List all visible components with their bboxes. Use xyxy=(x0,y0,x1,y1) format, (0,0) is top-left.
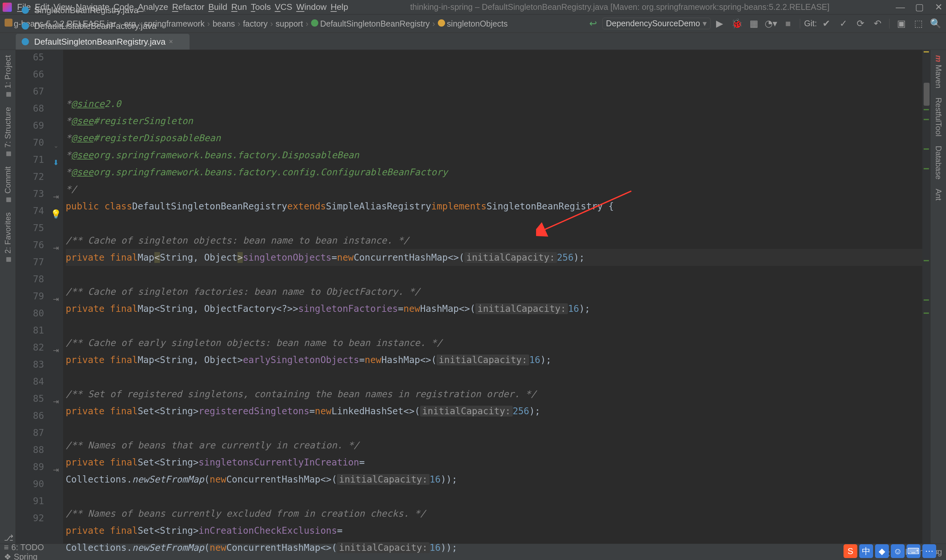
code-line[interactable]: private final Set<String> singletonsCurr… xyxy=(66,454,922,471)
ime-button[interactable]: S xyxy=(844,544,857,558)
code-line[interactable]: * @see org.springframework.beans.factory… xyxy=(66,163,922,180)
gutter-marker xyxy=(49,308,63,325)
git-revert-icon[interactable]: ↶ xyxy=(871,18,883,29)
bottom-tab-todo[interactable]: ≡6: TODO xyxy=(4,543,45,552)
editor-tab[interactable]: DefaultListableBeanFactory.java× xyxy=(16,18,190,34)
close-tab-icon[interactable]: × xyxy=(169,37,173,46)
tool-database[interactable]: Database xyxy=(934,143,943,183)
breadcrumb-item[interactable]: support xyxy=(274,19,305,28)
code-line[interactable] xyxy=(66,317,922,334)
code-line[interactable]: */ xyxy=(66,180,922,198)
code-line[interactable]: * @see org.springframework.beans.factory… xyxy=(66,146,922,163)
gutter-markers: ⌄⬇⇥💡⇥⇥⇥⇥⇥ xyxy=(49,50,63,544)
usage-arrow-icon: ⇥ xyxy=(53,466,59,474)
code-line[interactable]: * @see #registerDisposableBean xyxy=(66,129,922,146)
build-icon[interactable]: ▣ xyxy=(895,18,907,29)
maximize-button[interactable]: ▢ xyxy=(914,2,924,12)
tab-label: DefaultListableBeanFactory.java xyxy=(34,21,156,31)
minimize-button[interactable]: — xyxy=(895,2,905,12)
code-line[interactable]: * @since 2.0 xyxy=(66,95,922,112)
code-line[interactable]: Collections.newSetFromMap(new Concurrent… xyxy=(66,471,922,488)
code-line[interactable]: /** Names of beans currently excluded fr… xyxy=(66,505,922,522)
code-line[interactable]: Collections.newSetFromMap(new Concurrent… xyxy=(66,539,922,556)
gutter-marker xyxy=(49,52,63,69)
line-number: 86 xyxy=(16,410,44,428)
ime-button[interactable]: ⌨ xyxy=(907,544,920,558)
code-line[interactable]: /** Cache of singleton objects: bean nam… xyxy=(66,232,922,249)
code-line[interactable]: private final Map<String, ObjectFactory<… xyxy=(66,300,922,317)
menu-tools[interactable]: Tools xyxy=(249,1,273,12)
code-line[interactable]: /** Names of beans that are currently in… xyxy=(66,437,922,454)
ide-actions-icon[interactable]: ⬚ xyxy=(912,18,924,29)
code-line[interactable]: * @see #registerSingleton xyxy=(66,112,922,129)
bottom-tab-spring[interactable]: ❖Spring xyxy=(4,552,45,560)
run-config-selector[interactable]: DependencySourceDemo ▾ xyxy=(602,18,710,29)
code-line[interactable] xyxy=(66,420,922,437)
close-tab-icon[interactable]: × xyxy=(160,22,164,30)
code-line[interactable]: private final Set<String> registeredSing… xyxy=(66,402,922,420)
close-tab-icon[interactable]: × xyxy=(142,6,146,14)
code-line[interactable]: private final Set<String> inCreationChec… xyxy=(66,522,922,539)
coverage-icon[interactable]: ▦ xyxy=(748,18,760,29)
editor-tab[interactable]: DefaultSingletonBeanRegistry.java× xyxy=(16,34,190,49)
gutter-marker xyxy=(49,274,63,291)
line-number: 85 xyxy=(16,393,44,410)
ime-button[interactable]: 中 xyxy=(859,544,873,558)
ime-button[interactable]: ☺ xyxy=(891,544,904,558)
breadcrumb-item[interactable]: singletonObjects xyxy=(436,19,510,28)
bottom-tab-label: 6: TODO xyxy=(11,543,44,552)
tool-structure[interactable]: ▦7: Structure xyxy=(3,104,12,160)
tool-project[interactable]: ▦1: Project xyxy=(3,52,12,101)
tool-ant[interactable]: Ant xyxy=(934,185,943,204)
back-arrow-icon[interactable]: ↩ xyxy=(587,18,599,29)
left-tool-strip: ▦1: Project▦7: Structure▦Commit▦2: Favor… xyxy=(0,50,16,544)
code-line[interactable] xyxy=(66,488,922,505)
code-area[interactable]: * @since 2.0 * @see #registerSingleton *… xyxy=(63,50,922,544)
breadcrumb-item[interactable]: factory xyxy=(241,19,270,28)
run-icon[interactable]: ▶ xyxy=(714,18,726,29)
menu-window[interactable]: Window xyxy=(294,1,328,12)
breadcrumb-item[interactable]: beans xyxy=(211,19,237,28)
tool-restfultool[interactable]: RestfulTool xyxy=(934,94,943,140)
tool-maven[interactable]: m Maven xyxy=(934,52,943,92)
search-everywhere-icon[interactable]: 🔍 xyxy=(929,18,941,29)
line-number: 67 xyxy=(16,86,44,103)
line-number: 75 xyxy=(16,223,44,240)
editor-tab[interactable]: SingletonBeanRegistrationDemo.java× xyxy=(16,0,190,2)
line-number: 70 xyxy=(16,137,44,154)
git-update-icon[interactable]: ✔ xyxy=(820,18,832,29)
git-history-icon[interactable]: ⟳ xyxy=(854,18,866,29)
error-stripe[interactable] xyxy=(922,50,930,544)
menu-help[interactable]: Help xyxy=(328,1,350,12)
code-line[interactable]: /** Cache of early singleton objects: be… xyxy=(66,334,922,351)
code-line[interactable] xyxy=(66,215,922,232)
menu-run[interactable]: Run xyxy=(229,1,249,12)
code-line[interactable]: /** Set of registered singletons, contai… xyxy=(66,385,922,402)
code-line[interactable] xyxy=(66,368,922,385)
code-line[interactable]: public class DefaultSingletonBeanRegistr… xyxy=(66,198,922,215)
code-line[interactable] xyxy=(66,266,922,283)
editor[interactable]: 6566676869707172737475767778798081828384… xyxy=(16,50,930,544)
editor-tab[interactable]: SingletonBeanRegistry.java× xyxy=(16,2,190,18)
code-line[interactable]: private final Map<String, Object> single… xyxy=(66,249,922,266)
stop-icon[interactable]: ■ xyxy=(782,18,794,29)
usage-arrow-icon: ⇥ xyxy=(53,295,59,304)
code-line[interactable]: private final Map<String, Object> earlyS… xyxy=(66,351,922,368)
code-line[interactable] xyxy=(66,556,922,560)
menu-build[interactable]: Build xyxy=(206,1,229,12)
line-number: 89 xyxy=(16,462,44,478)
tool-commit[interactable]: ▦Commit xyxy=(3,163,12,206)
debug-icon[interactable]: 🐞 xyxy=(731,18,743,29)
line-number: 82 xyxy=(16,342,44,359)
profiler-icon[interactable]: ◔▾ xyxy=(765,18,777,29)
gutter-marker xyxy=(49,69,63,86)
ime-button[interactable]: ◆ xyxy=(875,544,889,558)
code-line[interactable]: /** Cache of singleton factories: bean n… xyxy=(66,283,922,300)
ime-button[interactable]: ⋯ xyxy=(922,544,936,558)
breadcrumb-item[interactable]: DefaultSingletonBeanRegistry xyxy=(309,19,432,28)
tool-favorites[interactable]: ▦2: Favorites xyxy=(3,209,12,266)
close-button[interactable]: ✕ xyxy=(934,2,943,12)
gutter-marker xyxy=(49,86,63,103)
git-commit-icon[interactable]: ✓ xyxy=(837,18,849,29)
menu-vcs[interactable]: VCS xyxy=(273,1,294,12)
